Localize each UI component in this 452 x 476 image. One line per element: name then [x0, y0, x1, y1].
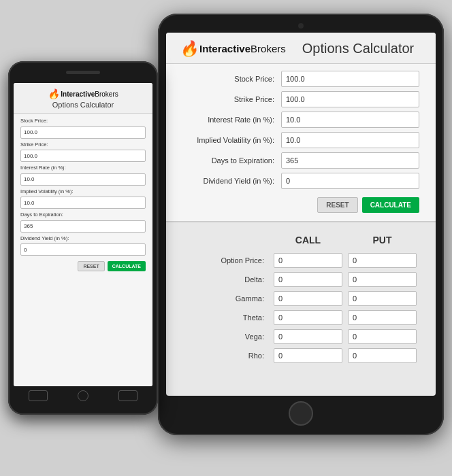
label-delta: Delta:: [182, 270, 271, 289]
logo-flame-phone: 🔥: [48, 88, 59, 99]
form-row-implied-vol: Implied Volatility (in %):: [182, 132, 419, 148]
put-delta-input[interactable]: [348, 272, 417, 287]
input-stock-price-phone[interactable]: [20, 126, 146, 139]
col-spacer: [182, 229, 271, 251]
call-theta-input[interactable]: [274, 310, 342, 325]
call-gamma-input[interactable]: [274, 291, 342, 306]
call-theta-cell: [271, 308, 345, 327]
app-title-phone: Options Calculator: [20, 101, 146, 109]
button-row-tablet: RESET CALCULATE: [182, 193, 419, 214]
label-days-expiration-tablet: Days to Expiration:: [182, 156, 281, 165]
call-vega-input[interactable]: [274, 329, 342, 344]
put-rho-input[interactable]: [348, 348, 417, 363]
put-gamma-cell: [345, 289, 419, 308]
input-implied-vol-phone[interactable]: [20, 197, 146, 209]
put-theta-cell: [345, 308, 419, 327]
call-delta-cell: [271, 270, 345, 289]
phone-menu-button[interactable]: [118, 390, 138, 401]
put-theta-input[interactable]: [348, 310, 417, 325]
results-grid-tablet: CALL PUT Option Price: Delta: Gamma:: [182, 229, 419, 365]
label-strike-price-phone: Strike Price:: [20, 141, 146, 148]
input-interest-rate-tablet[interactable]: [281, 112, 419, 128]
put-vega-cell: [345, 327, 419, 346]
label-dividend-yield-tablet: Dividend Yield (in %):: [182, 177, 281, 185]
put-gamma-input[interactable]: [348, 291, 417, 306]
input-strike-price-phone[interactable]: [20, 150, 146, 162]
tablet-screen: 🔥 InteractiveBrokers Options Calculator …: [166, 33, 436, 396]
form-phone: Stock Price: Strike Price: Interest Rate…: [14, 114, 152, 386]
form-row-days-expiration-phone: Days to Expiration:: [20, 211, 146, 233]
put-delta-cell: [345, 270, 419, 289]
put-option-price-input[interactable]: [348, 253, 417, 268]
label-interest-rate-phone: Interest Rate (in %):: [20, 165, 146, 171]
tablet-home-button[interactable]: [289, 401, 313, 426]
label-interest-rate-tablet: Interest Rate (in %):: [182, 116, 281, 124]
form-row-strike-price: Strike Price:: [182, 91, 419, 107]
input-days-expiration-tablet[interactable]: [281, 152, 419, 169]
input-interest-rate-phone[interactable]: [20, 173, 146, 186]
logo-area-tablet: 🔥 InteractiveBrokers: [180, 41, 286, 56]
results-tablet: CALL PUT Option Price: Delta: Gamma:: [166, 222, 436, 396]
form-row-interest-rate: Interest Rate (in %):: [182, 112, 419, 128]
form-row-interest-rate-phone: Interest Rate (in %):: [20, 165, 146, 186]
form-row-stock-price: Stock Price:: [182, 71, 419, 87]
put-rho-cell: [345, 346, 419, 365]
label-strike-price-tablet: Strike Price:: [182, 95, 281, 103]
put-vega-input[interactable]: [348, 329, 417, 344]
phone-back-button[interactable]: [29, 390, 48, 401]
button-row-phone: RESET CALCULATE: [20, 258, 146, 271]
label-days-expiration-phone: Days to Expiration:: [20, 211, 146, 218]
label-option-price: Option Price:: [182, 251, 271, 270]
phone-screen: 🔥 InteractiveBrokers Options Calculator …: [14, 83, 152, 386]
call-delta-input[interactable]: [274, 272, 342, 287]
tablet-device: 🔥 InteractiveBrokers Options Calculator …: [158, 14, 444, 435]
input-implied-vol-tablet[interactable]: [281, 132, 419, 148]
phone-home-button[interactable]: [78, 390, 88, 401]
logo-text-tablet: InteractiveBrokers: [199, 44, 286, 54]
label-vega: Vega:: [182, 327, 271, 346]
label-implied-vol-phone: Implied Volatility (in %):: [20, 188, 146, 194]
app-header-phone: 🔥 InteractiveBrokers Options Calculator: [14, 83, 152, 114]
phone-nav-bottom: [14, 386, 152, 401]
call-rho-cell: [271, 346, 345, 365]
form-row-stock-price-phone: Stock Price:: [20, 118, 146, 139]
app-title-tablet: Options Calculator: [302, 41, 415, 56]
form-row-strike-price-phone: Strike Price:: [20, 141, 146, 163]
input-stock-price-tablet[interactable]: [281, 71, 419, 87]
form-row-dividend-yield: Dividend Yield (in %):: [182, 173, 419, 189]
input-dividend-yield-tablet[interactable]: [281, 173, 419, 189]
form-row-dividend-yield-phone: Dividend Yield (in %):: [20, 235, 146, 256]
reset-button-tablet[interactable]: RESET: [317, 197, 357, 213]
input-days-expiration-phone[interactable]: [20, 220, 146, 233]
reset-button-phone[interactable]: RESET: [78, 261, 104, 271]
tablet-camera: [298, 23, 304, 29]
calculate-button-phone[interactable]: CALCULATE: [108, 261, 146, 271]
put-header: PUT: [345, 229, 419, 251]
form-tablet: Stock Price: Strike Price: Interest Rate…: [166, 64, 436, 222]
phone-device: 🔥 InteractiveBrokers Options Calculator …: [8, 61, 158, 415]
calculate-button-tablet[interactable]: CALCULATE: [362, 197, 419, 213]
logo-area-phone: 🔥 InteractiveBrokers: [20, 88, 146, 99]
input-strike-price-tablet[interactable]: [281, 91, 419, 107]
phone-speaker: [66, 71, 100, 74]
app-header-tablet: 🔥 InteractiveBrokers Options Calculator: [166, 33, 436, 64]
label-implied-vol-tablet: Implied Volatility (in %):: [182, 136, 281, 144]
label-theta: Theta:: [182, 308, 271, 327]
label-stock-price-tablet: Stock Price:: [182, 75, 281, 83]
form-row-days-expiration: Days to Expiration:: [182, 152, 419, 169]
label-stock-price-phone: Stock Price:: [20, 118, 146, 124]
scene: 🔥 InteractiveBrokers Options Calculator …: [8, 7, 444, 469]
call-header: CALL: [271, 229, 345, 251]
call-rho-input[interactable]: [274, 348, 342, 363]
form-row-implied-vol-phone: Implied Volatility (in %):: [20, 188, 146, 209]
call-option-price-input[interactable]: [274, 253, 342, 268]
label-gamma: Gamma:: [182, 289, 271, 308]
put-option-price-cell: [345, 251, 419, 270]
logo-text-phone: InteractiveBrokers: [61, 90, 118, 98]
call-vega-cell: [271, 327, 345, 346]
call-gamma-cell: [271, 289, 345, 308]
label-rho: Rho:: [182, 346, 271, 365]
call-option-price-cell: [271, 251, 345, 270]
input-dividend-yield-phone[interactable]: [20, 243, 146, 256]
logo-flame-tablet: 🔥: [180, 41, 198, 56]
